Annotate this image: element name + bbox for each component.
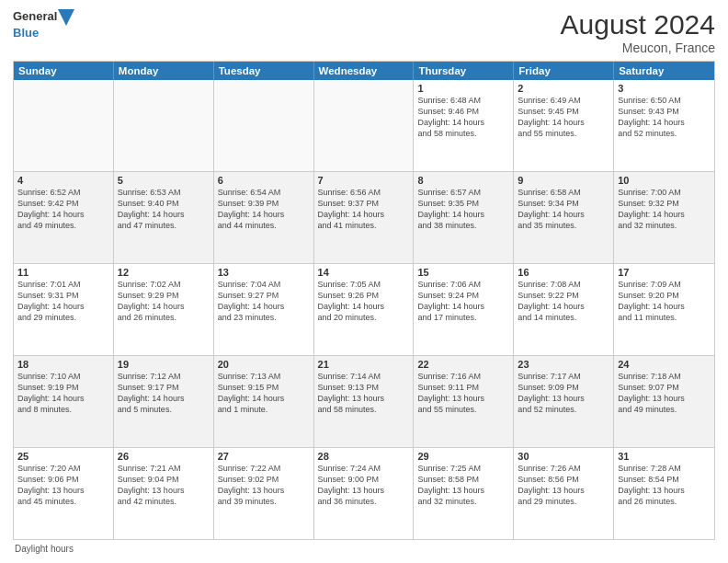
day-number-21: 21 (318, 359, 410, 370)
day-cell-18: 18Sunrise: 7:10 AMSunset: 9:19 PMDayligh… (14, 356, 114, 447)
daylight-label: Daylight hours (15, 544, 74, 554)
day-cell-8: 8Sunrise: 6:57 AMSunset: 9:35 PMDaylight… (414, 172, 514, 263)
day-cell-23: 23Sunrise: 7:17 AMSunset: 9:09 PMDayligh… (514, 356, 614, 447)
day-cell-empty (14, 80, 114, 171)
logo-triangle-icon (58, 9, 74, 26)
week-row-5: 25Sunrise: 7:20 AMSunset: 9:06 PMDayligh… (14, 447, 714, 539)
day-number-11: 11 (17, 267, 109, 278)
day-cell-29: 29Sunrise: 7:25 AMSunset: 8:58 PMDayligh… (414, 448, 514, 539)
day-number-23: 23 (518, 359, 609, 370)
day-number-30: 30 (518, 451, 609, 462)
day-cell-10: 10Sunrise: 7:00 AMSunset: 9:32 PMDayligh… (614, 172, 714, 263)
day-header-sunday: Sunday (14, 62, 114, 80)
day-cell-19: 19Sunrise: 7:12 AMSunset: 9:17 PMDayligh… (114, 356, 214, 447)
day-info-22: Sunrise: 7:16 AMSunset: 9:11 PMDaylight:… (417, 371, 509, 416)
calendar: SundayMondayTuesdayWednesdayThursdayFrid… (13, 61, 715, 540)
day-info-16: Sunrise: 7:08 AMSunset: 9:22 PMDaylight:… (518, 279, 609, 324)
day-number-6: 6 (218, 175, 310, 186)
day-info-26: Sunrise: 7:21 AMSunset: 9:04 PMDaylight:… (118, 463, 210, 508)
day-info-12: Sunrise: 7:02 AMSunset: 9:29 PMDaylight:… (118, 279, 210, 324)
week-row-2: 4Sunrise: 6:52 AMSunset: 9:42 PMDaylight… (14, 171, 714, 263)
day-cell-1: 1Sunrise: 6:48 AMSunset: 9:46 PMDaylight… (414, 80, 514, 171)
day-cell-21: 21Sunrise: 7:14 AMSunset: 9:13 PMDayligh… (314, 356, 415, 447)
day-header-wednesday: Wednesday (314, 62, 415, 80)
day-number-28: 28 (318, 451, 410, 462)
day-cell-5: 5Sunrise: 6:53 AMSunset: 9:40 PMDaylight… (114, 172, 214, 263)
day-header-monday: Monday (114, 62, 214, 80)
day-cell-27: 27Sunrise: 7:22 AMSunset: 9:02 PMDayligh… (214, 448, 314, 539)
day-info-20: Sunrise: 7:13 AMSunset: 9:15 PMDaylight:… (218, 371, 310, 416)
day-info-28: Sunrise: 7:24 AMSunset: 9:00 PMDaylight:… (318, 463, 410, 508)
day-number-31: 31 (618, 451, 711, 462)
day-cell-11: 11Sunrise: 7:01 AMSunset: 9:31 PMDayligh… (14, 264, 114, 355)
day-number-10: 10 (618, 175, 711, 186)
day-info-21: Sunrise: 7:14 AMSunset: 9:13 PMDaylight:… (318, 371, 410, 416)
day-cell-20: 20Sunrise: 7:13 AMSunset: 9:15 PMDayligh… (214, 356, 314, 447)
day-number-13: 13 (218, 267, 310, 278)
day-cell-25: 25Sunrise: 7:20 AMSunset: 9:06 PMDayligh… (14, 448, 114, 539)
day-cell-3: 3Sunrise: 6:50 AMSunset: 9:43 PMDaylight… (614, 80, 714, 171)
day-cell-24: 24Sunrise: 7:18 AMSunset: 9:07 PMDayligh… (614, 356, 714, 447)
day-number-3: 3 (618, 83, 711, 94)
day-number-9: 9 (518, 175, 609, 186)
day-cell-14: 14Sunrise: 7:05 AMSunset: 9:26 PMDayligh… (314, 264, 415, 355)
day-header-friday: Friday (514, 62, 614, 80)
calendar-header-row: SundayMondayTuesdayWednesdayThursdayFrid… (14, 62, 714, 80)
day-info-24: Sunrise: 7:18 AMSunset: 9:07 PMDaylight:… (618, 371, 711, 416)
day-cell-6: 6Sunrise: 6:54 AMSunset: 9:39 PMDaylight… (214, 172, 314, 263)
day-info-14: Sunrise: 7:05 AMSunset: 9:26 PMDaylight:… (318, 279, 410, 324)
page: General Blue August 2024 Meucon, France … (0, 0, 728, 563)
day-number-27: 27 (218, 451, 310, 462)
logo-text: General Blue (13, 9, 74, 40)
header: General Blue August 2024 Meucon, France (13, 9, 715, 55)
day-info-15: Sunrise: 7:06 AMSunset: 9:24 PMDaylight:… (417, 279, 509, 324)
day-info-8: Sunrise: 6:57 AMSunset: 9:35 PMDaylight:… (417, 187, 509, 232)
day-cell-7: 7Sunrise: 6:56 AMSunset: 9:37 PMDaylight… (314, 172, 415, 263)
day-info-18: Sunrise: 7:10 AMSunset: 9:19 PMDaylight:… (17, 371, 109, 416)
day-number-24: 24 (618, 359, 711, 370)
day-info-2: Sunrise: 6:49 AMSunset: 9:45 PMDaylight:… (518, 95, 609, 140)
day-cell-empty (114, 80, 214, 171)
day-info-19: Sunrise: 7:12 AMSunset: 9:17 PMDaylight:… (118, 371, 210, 416)
day-info-30: Sunrise: 7:26 AMSunset: 8:56 PMDaylight:… (518, 463, 609, 508)
day-number-20: 20 (218, 359, 310, 370)
day-cell-31: 31Sunrise: 7:28 AMSunset: 8:54 PMDayligh… (614, 448, 714, 539)
day-cell-empty (214, 80, 314, 171)
day-cell-15: 15Sunrise: 7:06 AMSunset: 9:24 PMDayligh… (414, 264, 514, 355)
day-info-5: Sunrise: 6:53 AMSunset: 9:40 PMDaylight:… (118, 187, 210, 232)
day-cell-13: 13Sunrise: 7:04 AMSunset: 9:27 PMDayligh… (214, 264, 314, 355)
location: Meucon, France (561, 40, 715, 55)
week-row-3: 11Sunrise: 7:01 AMSunset: 9:31 PMDayligh… (14, 263, 714, 355)
day-number-19: 19 (118, 359, 210, 370)
day-number-26: 26 (118, 451, 210, 462)
day-cell-4: 4Sunrise: 6:52 AMSunset: 9:42 PMDaylight… (14, 172, 114, 263)
day-number-18: 18 (17, 359, 109, 370)
day-info-10: Sunrise: 7:00 AMSunset: 9:32 PMDaylight:… (618, 187, 711, 232)
day-cell-28: 28Sunrise: 7:24 AMSunset: 9:00 PMDayligh… (314, 448, 415, 539)
day-cell-12: 12Sunrise: 7:02 AMSunset: 9:29 PMDayligh… (114, 264, 214, 355)
week-row-4: 18Sunrise: 7:10 AMSunset: 9:19 PMDayligh… (14, 355, 714, 447)
day-cell-26: 26Sunrise: 7:21 AMSunset: 9:04 PMDayligh… (114, 448, 214, 539)
day-number-12: 12 (118, 267, 210, 278)
day-header-saturday: Saturday (614, 62, 714, 80)
week-row-1: 1Sunrise: 6:48 AMSunset: 9:46 PMDaylight… (14, 80, 714, 171)
day-number-1: 1 (417, 83, 509, 94)
day-info-7: Sunrise: 6:56 AMSunset: 9:37 PMDaylight:… (318, 187, 410, 232)
day-number-15: 15 (417, 267, 509, 278)
logo: General Blue (13, 9, 74, 40)
day-cell-22: 22Sunrise: 7:16 AMSunset: 9:11 PMDayligh… (414, 356, 514, 447)
day-info-27: Sunrise: 7:22 AMSunset: 9:02 PMDaylight:… (218, 463, 310, 508)
day-info-13: Sunrise: 7:04 AMSunset: 9:27 PMDaylight:… (218, 279, 310, 324)
day-number-14: 14 (318, 267, 410, 278)
day-info-17: Sunrise: 7:09 AMSunset: 9:20 PMDaylight:… (618, 279, 711, 324)
day-cell-empty (314, 80, 415, 171)
day-cell-17: 17Sunrise: 7:09 AMSunset: 9:20 PMDayligh… (614, 264, 714, 355)
footer-note: Daylight hours (13, 544, 715, 554)
title-block: August 2024 Meucon, France (561, 9, 715, 55)
day-info-3: Sunrise: 6:50 AMSunset: 9:43 PMDaylight:… (618, 95, 711, 140)
calendar-body: 1Sunrise: 6:48 AMSunset: 9:46 PMDaylight… (14, 80, 714, 539)
day-number-25: 25 (17, 451, 109, 462)
day-info-6: Sunrise: 6:54 AMSunset: 9:39 PMDaylight:… (218, 187, 310, 232)
day-info-11: Sunrise: 7:01 AMSunset: 9:31 PMDaylight:… (17, 279, 109, 324)
day-number-17: 17 (618, 267, 711, 278)
